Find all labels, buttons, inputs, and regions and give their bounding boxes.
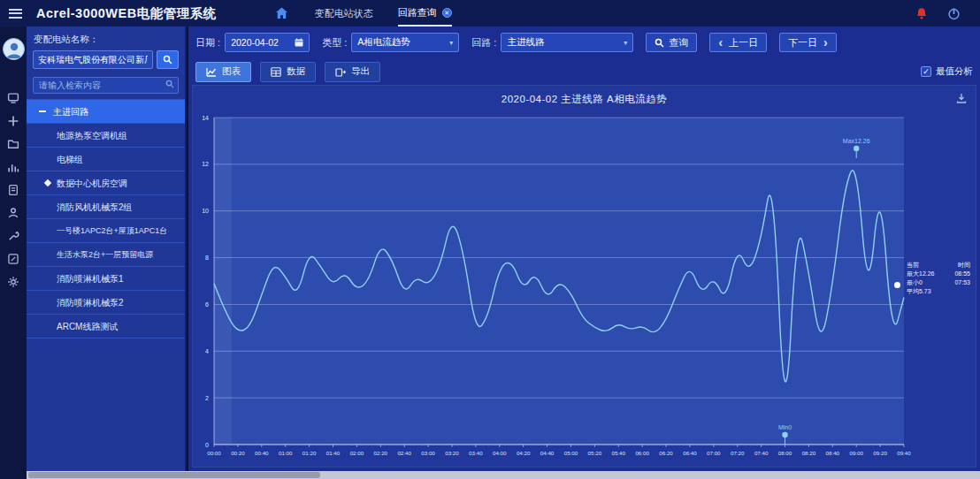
svg-text:06:00: 06:00 <box>635 450 649 456</box>
chart-view-label: 图表 <box>222 65 241 78</box>
tree-item-label: 地源热泵空调机组 <box>57 124 127 148</box>
scrollbar-corner <box>0 471 27 479</box>
table-icon <box>271 67 281 77</box>
left-icon-rail <box>0 27 27 471</box>
search-icon <box>165 80 174 88</box>
menu-hamburger-icon[interactable] <box>9 6 22 20</box>
svg-text:08:00: 08:00 <box>778 450 792 456</box>
prev-day-button[interactable]: ‹ 上一日 <box>709 33 767 52</box>
power-icon[interactable] <box>947 7 961 20</box>
tree-search-input[interactable] <box>33 77 179 94</box>
download-icon[interactable] <box>956 93 967 103</box>
circuit-value: 主进线路 <box>507 36 618 49</box>
tree-item-label: ARCM线路测试 <box>57 315 118 338</box>
tooltip-cell: 当前 <box>907 261 919 270</box>
tooltip-min-time: 07:53 <box>954 278 970 287</box>
query-filter-bar: 日期 : 2020-04-02 类型 : A相电流趋势 ▾ 回路 : 主进线路 … <box>195 32 849 53</box>
tab-circuit-query[interactable]: 回路查询 ✕ <box>398 0 452 27</box>
svg-text:06:40: 06:40 <box>683 450 697 456</box>
user-alert-icon[interactable] <box>7 207 19 219</box>
tree-item-label: 电梯组 <box>57 148 83 171</box>
next-day-label: 下一日 <box>788 36 817 49</box>
svg-text:03:00: 03:00 <box>421 450 435 456</box>
tree-item[interactable]: 地源热泵空调机组 <box>27 124 185 148</box>
bar-chart-icon[interactable] <box>7 161 19 173</box>
trend-chart-panel: 2020-04-02 主进线路 A相电流趋势 0246810121400:000… <box>192 85 976 468</box>
home-icon[interactable] <box>275 7 288 19</box>
tree-item[interactable]: 电梯组 <box>27 148 185 171</box>
max-min-analysis-toggle[interactable]: ✓ 最值分析 <box>921 65 973 78</box>
checkbox-checked-icon[interactable]: ✓ <box>921 66 931 77</box>
svg-text:09:20: 09:20 <box>873 450 887 456</box>
svg-text:8: 8 <box>205 255 209 261</box>
rail-icon-list <box>0 92 27 288</box>
tree-item-label: 主进回路 <box>53 100 88 124</box>
date-input[interactable]: 2020-04-02 <box>225 33 310 52</box>
chevron-right-icon: › <box>823 36 828 49</box>
data-view-button[interactable]: 数据 <box>260 62 316 82</box>
tree-item[interactable]: 生活水泵2台+一层预留电源 <box>27 243 185 267</box>
svg-text:01:20: 01:20 <box>302 450 317 456</box>
scrollbar-thumb[interactable] <box>28 472 320 478</box>
svg-text:05:40: 05:40 <box>611 450 625 456</box>
svg-text:07:40: 07:40 <box>754 450 769 456</box>
line-chart-icon <box>206 67 217 77</box>
type-select[interactable]: A相电流趋势 ▾ <box>351 33 459 52</box>
edit-icon[interactable] <box>7 253 19 265</box>
svg-text:09:40: 09:40 <box>897 450 911 456</box>
tree-item[interactable]: 消防喷淋机械泵1 <box>27 267 185 291</box>
svg-text:02:20: 02:20 <box>374 450 388 456</box>
export-button[interactable]: 导出 <box>325 62 380 82</box>
tree-item[interactable]: 一号楼1APC2台+屋顶1APC1台 <box>27 219 185 243</box>
view-toolbar: 图表 数据 导出 ✓ 最值分析 <box>195 60 973 83</box>
monitor-icon[interactable] <box>7 92 19 104</box>
alarm-icon[interactable] <box>915 7 928 19</box>
folder-icon[interactable] <box>7 138 19 150</box>
horizontal-scrollbar[interactable] <box>0 471 980 479</box>
type-label: 类型 : <box>322 36 347 49</box>
document-icon[interactable] <box>7 184 19 196</box>
svg-text:08:40: 08:40 <box>826 450 840 456</box>
tree-item-main-incoming[interactable]: 主进回路 <box>27 100 185 124</box>
tree-item[interactable]: 消防喷淋机械泵2 <box>27 291 185 315</box>
tooltip-cell: 时间 <box>958 261 970 270</box>
tree-item[interactable]: 消防风机机械泵2组 <box>27 195 185 219</box>
tab-circuit-query-label: 回路查询 <box>398 6 437 19</box>
svg-text:01:00: 01:00 <box>279 450 293 456</box>
circuit-select[interactable]: 主进线路 ▾ <box>501 33 633 52</box>
tree-item-label: 数据中心机房空调 <box>57 171 127 195</box>
svg-text:02:00: 02:00 <box>350 450 364 456</box>
settings-gear-icon[interactable] <box>7 276 19 288</box>
svg-text:00:00: 00:00 <box>207 450 221 456</box>
collapse-icon[interactable] <box>39 110 46 112</box>
tree-item[interactable]: 数据中心机房空调 <box>27 171 185 195</box>
chart-title: 2020-04-02 主进线路 A相电流趋势 <box>193 86 976 106</box>
tools-icon[interactable] <box>7 230 19 242</box>
svg-text:14: 14 <box>202 115 209 121</box>
circuit-tree: 主进回路 地源热泵空调机组 电梯组 数据中心机房空调 消防风机机械泵2组 一号楼… <box>27 99 185 338</box>
station-name-label: 变配电站名称： <box>34 34 178 46</box>
svg-text:09:00: 09:00 <box>849 450 863 456</box>
svg-text:03:40: 03:40 <box>469 450 483 456</box>
user-avatar[interactable] <box>3 38 25 60</box>
tab-station-status[interactable]: 变配电站状态 <box>315 0 373 27</box>
chevron-down-icon: ▾ <box>449 39 453 47</box>
stats-tooltip: 当前时间 最大12.2608:55 最小007:53 平均5.73 <box>907 261 970 296</box>
calendar-icon[interactable] <box>295 38 303 47</box>
series-point-dot <box>894 282 900 288</box>
tab-close-icon[interactable]: ✕ <box>442 8 452 18</box>
station-name-input[interactable] <box>33 50 153 69</box>
tree-item[interactable]: ARCM线路测试 <box>27 315 185 338</box>
svg-text:00:20: 00:20 <box>231 450 245 456</box>
query-button[interactable]: 查询 <box>646 33 697 52</box>
chart-view-button[interactable]: 图表 <box>195 62 251 82</box>
svg-text:10: 10 <box>202 208 209 214</box>
medical-cross-icon[interactable] <box>7 115 19 127</box>
chart-canvas[interactable]: 0246810121400:0000:2000:4001:0001:2001:4… <box>195 107 980 464</box>
svg-text:04:20: 04:20 <box>517 450 531 456</box>
next-day-button[interactable]: 下一日 › <box>779 33 837 52</box>
main-content: 日期 : 2020-04-02 类型 : A相电流趋势 ▾ 回路 : 主进线路 … <box>188 27 980 471</box>
station-search-button[interactable] <box>157 50 179 69</box>
tooltip-max-time: 08:55 <box>954 270 970 278</box>
export-label: 导出 <box>351 65 370 78</box>
